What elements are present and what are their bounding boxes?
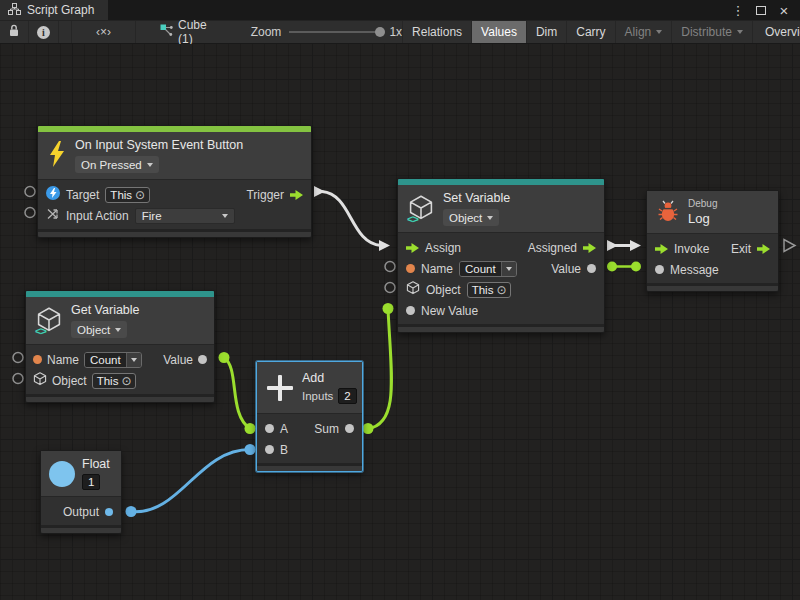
flow-arrow[interactable]: [607, 240, 618, 251]
node-footer: [398, 324, 604, 332]
node-footer: [26, 394, 214, 402]
edge-port[interactable]: [13, 374, 23, 384]
assign-flow-port[interactable]: [406, 243, 419, 253]
breadcrumb[interactable]: Cube (1): [150, 21, 217, 43]
node-footer: [647, 283, 778, 291]
exit-port-label: Exit: [731, 242, 751, 256]
value-output-port[interactable]: [587, 264, 596, 273]
input-action-dropdown[interactable]: Fire: [135, 208, 235, 224]
exit-edge-port[interactable]: [784, 240, 795, 252]
wire-endpoint: [607, 262, 617, 272]
name-value-port[interactable]: [406, 264, 415, 273]
dim-button[interactable]: Dim: [527, 21, 567, 43]
node-title: Add: [302, 371, 324, 386]
inputs-count-field[interactable]: 2: [338, 388, 356, 404]
new-value-port[interactable]: [406, 306, 415, 315]
assigned-flow-port[interactable]: [583, 243, 596, 253]
edge-port[interactable]: [385, 262, 395, 272]
flow-wire-end-arrow[interactable]: [379, 240, 390, 251]
node-on-input-system-event-button[interactable]: On Input System Event Button On Pressed …: [37, 125, 312, 238]
input-system-icon: [46, 186, 60, 203]
variable-name-dropdown[interactable]: Count: [459, 261, 517, 277]
float-type-icon: [49, 461, 75, 487]
output-port[interactable]: [105, 508, 113, 516]
input-a-port[interactable]: [265, 424, 274, 433]
variable-cube-icon: <>: [36, 307, 62, 335]
event-mode-dropdown[interactable]: On Pressed: [75, 156, 159, 173]
exit-flow-port[interactable]: [757, 244, 770, 254]
variable-scope-dropdown[interactable]: Object: [443, 209, 499, 226]
name-port-label: Name: [421, 262, 453, 276]
chevron-down-icon: [147, 163, 153, 167]
trigger-flow-port[interactable]: [290, 190, 303, 200]
edge-port[interactable]: [385, 283, 395, 293]
wire-endpoint: [363, 423, 374, 434]
flow-arrow[interactable]: [630, 240, 641, 251]
relations-button[interactable]: Relations: [402, 21, 472, 43]
object-picker-icon[interactable]: ⊙: [121, 375, 131, 387]
graph-toolbar: i ‹×› Cube (1) Zoom 1x Relat: [0, 20, 800, 44]
node-float[interactable]: Float 1 Output: [40, 450, 122, 534]
name-value-port[interactable]: [33, 355, 42, 364]
menu-icon[interactable]: ⋮: [730, 3, 746, 18]
invoke-port-label: Invoke: [674, 242, 709, 256]
value-port-label: Value: [163, 353, 193, 367]
target-object-chip[interactable]: This ⊙: [105, 187, 150, 203]
message-port[interactable]: [655, 265, 664, 274]
graph-tab-icon: [8, 3, 21, 18]
object-picker-icon[interactable]: ⊙: [135, 189, 145, 201]
maximize-icon[interactable]: [753, 3, 769, 18]
window-controls: ⋮ ×: [730, 0, 800, 20]
align-button[interactable]: Align: [616, 21, 673, 43]
info-button[interactable]: i: [29, 21, 59, 43]
graph-canvas[interactable]: On Input System Event Button On Pressed …: [0, 44, 800, 600]
object-chip[interactable]: This ⊙: [92, 373, 137, 389]
edge-port[interactable]: [13, 353, 23, 363]
close-icon[interactable]: ×: [776, 2, 792, 19]
wire-endpoint: [219, 352, 230, 363]
graph-node-icon: [160, 24, 173, 40]
overview-button[interactable]: Overview: [753, 21, 800, 43]
variable-name-dropdown[interactable]: Count: [84, 352, 142, 368]
node-add[interactable]: Add Inputs 2 A Sum B: [256, 361, 363, 472]
carry-button[interactable]: Carry: [567, 21, 615, 43]
node-debug-log[interactable]: Debug Log Invoke Exit: [646, 190, 779, 292]
zoom-slider-handle[interactable]: [375, 27, 385, 37]
node-get-variable[interactable]: <> Get Variable Object Name Count: [25, 290, 215, 403]
value-wire-float-addB[interactable]: [131, 450, 250, 512]
node-set-variable[interactable]: <> Set Variable Object Assign Assigned: [397, 178, 605, 333]
target-port-label: Target: [66, 188, 99, 202]
node-title: On Input System Event Button: [75, 138, 243, 153]
object-picker-icon[interactable]: ⊙: [496, 284, 506, 296]
wire-endpoint: [383, 303, 394, 314]
distribute-button[interactable]: Distribute: [672, 21, 753, 43]
flow-wire-trigger-assign[interactable]: [322, 192, 381, 246]
values-button[interactable]: Values: [472, 21, 527, 43]
tab-script-graph[interactable]: Script Graph: [0, 0, 108, 20]
variable-cube-icon: <>: [408, 195, 434, 223]
script-graph-window: Script Graph ⋮ × i ‹×›: [0, 0, 800, 600]
value-output-port[interactable]: [198, 355, 207, 364]
flow-wire-start-arrow[interactable]: [314, 186, 325, 197]
input-b-port[interactable]: [265, 445, 274, 454]
object-port-label: Object: [426, 283, 461, 297]
lock-button[interactable]: [0, 21, 29, 43]
object-chip[interactable]: This ⊙: [467, 282, 512, 298]
chevron-down-icon: [222, 214, 228, 218]
invoke-flow-port[interactable]: [655, 244, 668, 254]
zoom-slider[interactable]: [289, 31, 381, 33]
lightning-bolt-icon: [48, 141, 66, 170]
float-value-field[interactable]: 1: [82, 474, 100, 490]
input-b-label: B: [280, 443, 288, 457]
value-wire-sum-newvalue[interactable]: [368, 309, 391, 429]
chevron-down-icon: [656, 30, 662, 34]
assign-port-label: Assign: [425, 241, 461, 255]
sum-output-port[interactable]: [345, 424, 354, 433]
input-action-port-label: Input Action: [66, 209, 129, 223]
edge-port[interactable]: [25, 208, 35, 218]
value-wire-get-addA[interactable]: [224, 358, 250, 429]
plus-icon: [267, 375, 293, 401]
variable-scope-dropdown[interactable]: Object: [71, 321, 127, 338]
code-view-button[interactable]: ‹×›: [71, 21, 136, 43]
edge-port[interactable]: [25, 187, 35, 197]
